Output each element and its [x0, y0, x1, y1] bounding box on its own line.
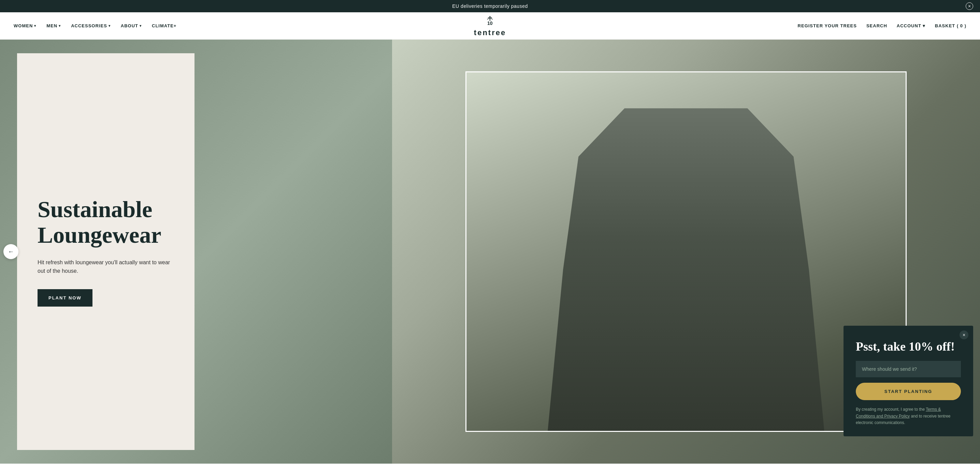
logo-brand-text: tentree	[474, 29, 506, 37]
nav-item-search[interactable]: SEARCH	[866, 23, 887, 28]
plant-now-button[interactable]: PLANT NOW	[38, 289, 92, 307]
nav-item-account[interactable]: ACCOUNT ▾	[897, 23, 925, 28]
nav-right: REGISTER YOUR TREES SEARCH ACCOUNT ▾ BAS…	[798, 23, 966, 28]
nav-item-accessories[interactable]: ACCESSORIES ▾	[71, 23, 111, 28]
popup-title: Psst, take 10% off!	[856, 339, 961, 354]
popup-legal-text: By creating my account, I agree to the T…	[856, 406, 961, 426]
chevron-down-icon: ▾	[923, 23, 925, 28]
nav-left: WOMEN ▾ MEN ▾ ACCESSORIES ▾ ABOUT ▾ CLIM…	[14, 23, 177, 28]
chevron-down-icon: ▾	[34, 24, 36, 28]
announcement-bar: EU deliveries temporarily paused ×	[0, 0, 980, 12]
chevron-down-icon: ▾	[140, 24, 142, 28]
chevron-down-icon: ▾	[108, 24, 111, 28]
hero-subtitle: Hit refresh with loungewear you'll actua…	[38, 258, 174, 275]
nav-item-men[interactable]: MEN ▾	[46, 23, 61, 28]
chevron-down-icon: ▾	[59, 24, 61, 28]
hero-title: Sustainable Loungewear	[38, 197, 174, 248]
start-planting-button[interactable]: START PLANTING	[856, 383, 961, 400]
nav-item-basket[interactable]: BASKET ( 0 )	[935, 23, 966, 28]
svg-text:10: 10	[487, 21, 493, 26]
logo[interactable]: 10 tentree	[474, 15, 506, 37]
header: WOMEN ▾ MEN ▾ ACCESSORIES ▾ ABOUT ▾ CLIM…	[0, 12, 980, 40]
discount-popup: × Psst, take 10% off! START PLANTING By …	[843, 326, 973, 436]
hero-section: Sustainable Loungewear Hit refresh with …	[0, 40, 980, 463]
nav-item-register-trees[interactable]: REGISTER YOUR TREES	[798, 23, 857, 28]
nav-item-climate[interactable]: CLIMATE+	[152, 23, 177, 28]
email-input[interactable]	[856, 361, 961, 377]
logo-icon: 10	[483, 15, 497, 29]
nav-item-about[interactable]: ABOUT ▾	[121, 23, 142, 28]
popup-close-button[interactable]: ×	[959, 330, 969, 339]
announcement-text: EU deliveries temporarily paused	[452, 3, 528, 9]
person-silhouette	[532, 108, 839, 431]
hero-content-panel: Sustainable Loungewear Hit refresh with …	[17, 53, 194, 450]
announcement-close-button[interactable]: ×	[966, 2, 973, 10]
prev-arrow-button[interactable]: ←	[3, 244, 18, 259]
hero-image	[465, 72, 906, 432]
nav-item-women[interactable]: WOMEN ▾	[14, 23, 36, 28]
